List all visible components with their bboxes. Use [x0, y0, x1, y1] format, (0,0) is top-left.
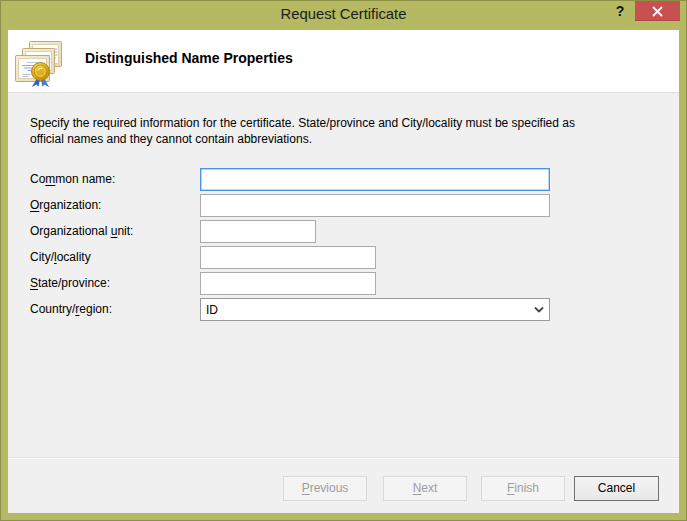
certificates-icon: [15, 41, 63, 87]
help-icon: ?: [616, 3, 625, 19]
close-icon: [652, 6, 663, 17]
common-name-input[interactable]: [200, 168, 550, 191]
city-locality-input[interactable]: [200, 246, 376, 269]
state-province-input[interactable]: [200, 272, 376, 295]
organization-input[interactable]: [200, 194, 550, 217]
organizational-unit-label: Organizational unit:: [30, 224, 133, 238]
country-region-label: Country/region:: [30, 302, 112, 316]
footer-separator: [8, 457, 679, 459]
description-line1: Specify the required information for the…: [30, 116, 575, 130]
cancel-button[interactable]: Cancel: [574, 476, 659, 501]
organization-label: Organization:: [30, 198, 101, 212]
common-name-label: Common name:: [30, 172, 115, 186]
organizational-unit-input[interactable]: [200, 220, 316, 243]
dialog-client-area: Distinguished Name Properties Specify th…: [8, 30, 679, 513]
chevron-down-icon: [534, 307, 544, 313]
wizard-body: Specify the required information for the…: [8, 94, 679, 513]
finish-button[interactable]: Finish: [481, 476, 565, 501]
previous-button[interactable]: Previous: [283, 476, 367, 501]
country-region-select[interactable]: ID: [200, 298, 550, 321]
city-locality-label: City/locality: [30, 250, 91, 264]
state-province-label: State/province:: [30, 276, 110, 290]
help-button[interactable]: ?: [607, 1, 633, 21]
description-line2: official names and they cannot contain a…: [30, 132, 312, 146]
description-text: Specify the required information for the…: [30, 115, 610, 147]
request-certificate-dialog: Request Certificate ?: [0, 0, 687, 521]
country-region-value: ID: [206, 303, 218, 317]
close-button[interactable]: [635, 1, 680, 21]
next-button[interactable]: Next: [383, 476, 467, 501]
window-title: Request Certificate: [0, 6, 687, 22]
titlebar[interactable]: Request Certificate ?: [0, 0, 687, 30]
page-title: Distinguished Name Properties: [85, 50, 293, 66]
wizard-header: Distinguished Name Properties: [8, 30, 679, 93]
